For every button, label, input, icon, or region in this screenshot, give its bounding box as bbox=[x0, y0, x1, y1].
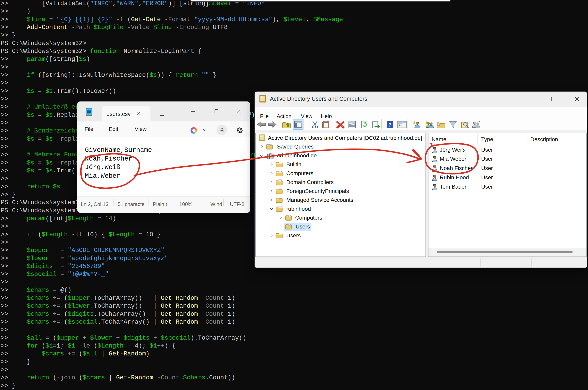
svg-text:?: ? bbox=[388, 122, 392, 128]
